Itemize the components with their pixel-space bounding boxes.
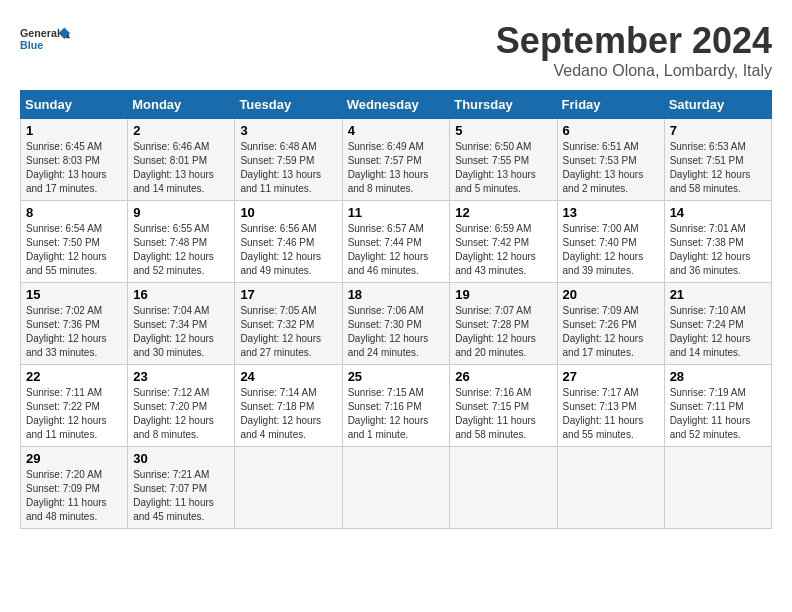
column-header-tuesday: Tuesday xyxy=(235,91,342,119)
day-info: Sunrise: 7:12 AMSunset: 7:20 PMDaylight:… xyxy=(133,386,229,442)
day-info: Sunrise: 6:55 AMSunset: 7:48 PMDaylight:… xyxy=(133,222,229,278)
day-number: 22 xyxy=(26,369,122,384)
day-info: Sunrise: 7:10 AMSunset: 7:24 PMDaylight:… xyxy=(670,304,766,360)
calendar-cell: 4Sunrise: 6:49 AMSunset: 7:57 PMDaylight… xyxy=(342,119,450,201)
column-header-thursday: Thursday xyxy=(450,91,557,119)
subtitle: Vedano Olona, Lombardy, Italy xyxy=(496,62,772,80)
calendar-cell: 28Sunrise: 7:19 AMSunset: 7:11 PMDayligh… xyxy=(664,365,771,447)
day-info: Sunrise: 7:16 AMSunset: 7:15 PMDaylight:… xyxy=(455,386,551,442)
column-header-saturday: Saturday xyxy=(664,91,771,119)
day-info: Sunrise: 7:17 AMSunset: 7:13 PMDaylight:… xyxy=(563,386,659,442)
calendar-cell: 1Sunrise: 6:45 AMSunset: 8:03 PMDaylight… xyxy=(21,119,128,201)
logo: General Blue xyxy=(20,20,70,60)
calendar-cell: 21Sunrise: 7:10 AMSunset: 7:24 PMDayligh… xyxy=(664,283,771,365)
day-info: Sunrise: 7:02 AMSunset: 7:36 PMDaylight:… xyxy=(26,304,122,360)
day-number: 15 xyxy=(26,287,122,302)
day-number: 30 xyxy=(133,451,229,466)
calendar-cell: 5Sunrise: 6:50 AMSunset: 7:55 PMDaylight… xyxy=(450,119,557,201)
day-number: 4 xyxy=(348,123,445,138)
calendar-cell: 2Sunrise: 6:46 AMSunset: 8:01 PMDaylight… xyxy=(128,119,235,201)
day-number: 27 xyxy=(563,369,659,384)
calendar-cell: 10Sunrise: 6:56 AMSunset: 7:46 PMDayligh… xyxy=(235,201,342,283)
calendar-cell: 7Sunrise: 6:53 AMSunset: 7:51 PMDaylight… xyxy=(664,119,771,201)
day-number: 5 xyxy=(455,123,551,138)
calendar-table: SundayMondayTuesdayWednesdayThursdayFrid… xyxy=(20,90,772,529)
day-info: Sunrise: 7:09 AMSunset: 7:26 PMDaylight:… xyxy=(563,304,659,360)
calendar-cell xyxy=(235,447,342,529)
day-number: 24 xyxy=(240,369,336,384)
calendar-cell: 9Sunrise: 6:55 AMSunset: 7:48 PMDaylight… xyxy=(128,201,235,283)
calendar-cell: 26Sunrise: 7:16 AMSunset: 7:15 PMDayligh… xyxy=(450,365,557,447)
calendar-cell: 17Sunrise: 7:05 AMSunset: 7:32 PMDayligh… xyxy=(235,283,342,365)
calendar-cell: 8Sunrise: 6:54 AMSunset: 7:50 PMDaylight… xyxy=(21,201,128,283)
day-number: 20 xyxy=(563,287,659,302)
calendar-cell: 22Sunrise: 7:11 AMSunset: 7:22 PMDayligh… xyxy=(21,365,128,447)
day-info: Sunrise: 7:04 AMSunset: 7:34 PMDaylight:… xyxy=(133,304,229,360)
calendar-cell: 15Sunrise: 7:02 AMSunset: 7:36 PMDayligh… xyxy=(21,283,128,365)
column-header-friday: Friday xyxy=(557,91,664,119)
day-info: Sunrise: 7:20 AMSunset: 7:09 PMDaylight:… xyxy=(26,468,122,524)
day-info: Sunrise: 7:14 AMSunset: 7:18 PMDaylight:… xyxy=(240,386,336,442)
calendar-cell xyxy=(557,447,664,529)
month-title: September 2024 xyxy=(496,20,772,62)
day-number: 18 xyxy=(348,287,445,302)
day-info: Sunrise: 7:01 AMSunset: 7:38 PMDaylight:… xyxy=(670,222,766,278)
svg-text:Blue: Blue xyxy=(20,39,43,51)
calendar-cell: 18Sunrise: 7:06 AMSunset: 7:30 PMDayligh… xyxy=(342,283,450,365)
column-header-wednesday: Wednesday xyxy=(342,91,450,119)
day-info: Sunrise: 6:53 AMSunset: 7:51 PMDaylight:… xyxy=(670,140,766,196)
day-number: 10 xyxy=(240,205,336,220)
day-info: Sunrise: 6:46 AMSunset: 8:01 PMDaylight:… xyxy=(133,140,229,196)
day-number: 19 xyxy=(455,287,551,302)
day-info: Sunrise: 6:51 AMSunset: 7:53 PMDaylight:… xyxy=(563,140,659,196)
day-number: 13 xyxy=(563,205,659,220)
day-number: 16 xyxy=(133,287,229,302)
calendar-cell: 3Sunrise: 6:48 AMSunset: 7:59 PMDaylight… xyxy=(235,119,342,201)
day-info: Sunrise: 6:50 AMSunset: 7:55 PMDaylight:… xyxy=(455,140,551,196)
day-info: Sunrise: 7:07 AMSunset: 7:28 PMDaylight:… xyxy=(455,304,551,360)
calendar-cell: 25Sunrise: 7:15 AMSunset: 7:16 PMDayligh… xyxy=(342,365,450,447)
calendar-cell: 23Sunrise: 7:12 AMSunset: 7:20 PMDayligh… xyxy=(128,365,235,447)
day-number: 23 xyxy=(133,369,229,384)
day-number: 2 xyxy=(133,123,229,138)
day-number: 25 xyxy=(348,369,445,384)
day-number: 14 xyxy=(670,205,766,220)
day-number: 8 xyxy=(26,205,122,220)
day-info: Sunrise: 6:45 AMSunset: 8:03 PMDaylight:… xyxy=(26,140,122,196)
day-number: 28 xyxy=(670,369,766,384)
day-number: 1 xyxy=(26,123,122,138)
calendar-cell: 6Sunrise: 6:51 AMSunset: 7:53 PMDaylight… xyxy=(557,119,664,201)
day-info: Sunrise: 6:57 AMSunset: 7:44 PMDaylight:… xyxy=(348,222,445,278)
day-number: 21 xyxy=(670,287,766,302)
day-info: Sunrise: 7:06 AMSunset: 7:30 PMDaylight:… xyxy=(348,304,445,360)
day-info: Sunrise: 7:15 AMSunset: 7:16 PMDaylight:… xyxy=(348,386,445,442)
day-info: Sunrise: 7:00 AMSunset: 7:40 PMDaylight:… xyxy=(563,222,659,278)
day-info: Sunrise: 6:49 AMSunset: 7:57 PMDaylight:… xyxy=(348,140,445,196)
day-info: Sunrise: 6:54 AMSunset: 7:50 PMDaylight:… xyxy=(26,222,122,278)
day-number: 6 xyxy=(563,123,659,138)
day-info: Sunrise: 6:59 AMSunset: 7:42 PMDaylight:… xyxy=(455,222,551,278)
column-header-monday: Monday xyxy=(128,91,235,119)
day-number: 7 xyxy=(670,123,766,138)
calendar-cell: 20Sunrise: 7:09 AMSunset: 7:26 PMDayligh… xyxy=(557,283,664,365)
calendar-cell: 16Sunrise: 7:04 AMSunset: 7:34 PMDayligh… xyxy=(128,283,235,365)
calendar-cell: 12Sunrise: 6:59 AMSunset: 7:42 PMDayligh… xyxy=(450,201,557,283)
day-number: 3 xyxy=(240,123,336,138)
calendar-cell: 24Sunrise: 7:14 AMSunset: 7:18 PMDayligh… xyxy=(235,365,342,447)
calendar-cell xyxy=(664,447,771,529)
day-number: 17 xyxy=(240,287,336,302)
day-info: Sunrise: 7:21 AMSunset: 7:07 PMDaylight:… xyxy=(133,468,229,524)
calendar-cell: 19Sunrise: 7:07 AMSunset: 7:28 PMDayligh… xyxy=(450,283,557,365)
calendar-cell: 11Sunrise: 6:57 AMSunset: 7:44 PMDayligh… xyxy=(342,201,450,283)
day-info: Sunrise: 7:11 AMSunset: 7:22 PMDaylight:… xyxy=(26,386,122,442)
day-number: 29 xyxy=(26,451,122,466)
day-number: 26 xyxy=(455,369,551,384)
svg-text:General: General xyxy=(20,27,60,39)
column-header-sunday: Sunday xyxy=(21,91,128,119)
calendar-cell xyxy=(450,447,557,529)
calendar-cell: 29Sunrise: 7:20 AMSunset: 7:09 PMDayligh… xyxy=(21,447,128,529)
day-number: 11 xyxy=(348,205,445,220)
day-number: 9 xyxy=(133,205,229,220)
day-info: Sunrise: 6:56 AMSunset: 7:46 PMDaylight:… xyxy=(240,222,336,278)
calendar-cell: 14Sunrise: 7:01 AMSunset: 7:38 PMDayligh… xyxy=(664,201,771,283)
